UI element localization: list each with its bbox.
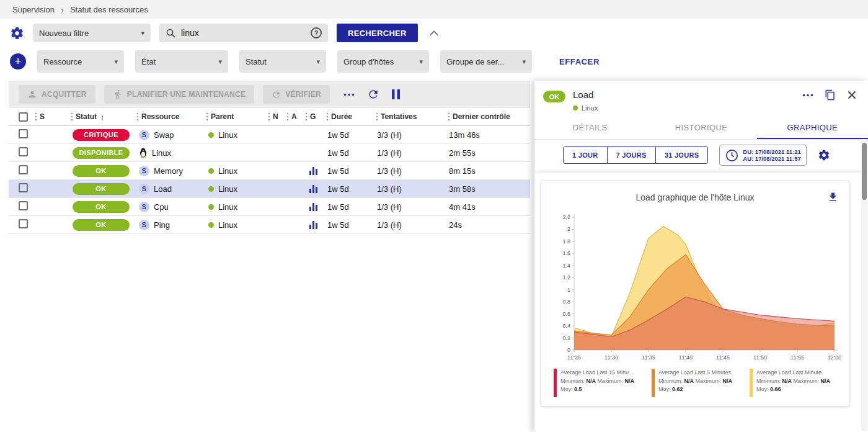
column-label: Parent bbox=[211, 112, 234, 121]
resource-name[interactable]: Ping bbox=[154, 220, 170, 230]
row-checkbox[interactable] bbox=[19, 183, 28, 192]
criteria-label: État bbox=[141, 57, 156, 66]
check-button[interactable]: VÉRIFIER bbox=[263, 85, 330, 104]
drawer-title: Load bbox=[573, 89, 598, 100]
load-graph-card: Load graphique de l'hôte Linux 00.20.40.… bbox=[541, 181, 849, 407]
column-header-parent[interactable]: Parent bbox=[203, 112, 265, 121]
more-actions-icon[interactable] bbox=[343, 93, 355, 96]
legend-item[interactable]: Average Load Last MinuteMinimum: N/A Max… bbox=[750, 369, 844, 397]
tab-details[interactable]: DÉTAILS bbox=[534, 117, 645, 139]
graph-settings-gear-icon[interactable] bbox=[818, 149, 830, 161]
legend-item[interactable]: Average Load Last 15 Minu ..Minimum: N/A… bbox=[554, 369, 648, 397]
table-row[interactable]: OK SMemory Linux 1w 5d 1/3 (H) 8m 15s bbox=[9, 162, 530, 180]
collapse-filters-chevron-icon[interactable] bbox=[429, 30, 439, 36]
clear-filters-button[interactable]: EFFACER bbox=[559, 57, 600, 66]
resource-name[interactable]: Linux bbox=[152, 148, 171, 158]
acknowledge-button[interactable]: ACQUITTER bbox=[19, 85, 95, 104]
graph-icon[interactable] bbox=[309, 167, 317, 175]
host-status-dot bbox=[208, 222, 214, 228]
row-checkbox[interactable] bbox=[19, 147, 28, 156]
row-checkbox[interactable] bbox=[19, 219, 28, 228]
column-header-a[interactable]: A bbox=[284, 112, 303, 121]
column-header-g[interactable]: G bbox=[303, 112, 324, 121]
range-1day-button[interactable]: 1 JOUR bbox=[564, 147, 607, 163]
search-input[interactable] bbox=[181, 28, 306, 38]
scrollbar-thumb[interactable] bbox=[862, 143, 867, 200]
drawer-host-name[interactable]: Linux bbox=[582, 104, 598, 112]
column-header-severity[interactable]: S bbox=[32, 112, 68, 121]
help-icon[interactable]: ? bbox=[311, 27, 322, 38]
duration-value: 1w 5d bbox=[324, 202, 373, 212]
copy-link-icon[interactable] bbox=[825, 89, 836, 101]
tries-value: 3/3 (H) bbox=[373, 130, 445, 140]
parent-name[interactable]: Linux bbox=[218, 220, 237, 230]
resource-name[interactable]: Swap bbox=[154, 130, 174, 140]
graph-icon[interactable] bbox=[309, 221, 317, 229]
criteria-servicegroup-select[interactable]: Groupe de ser...▾ bbox=[440, 50, 532, 73]
legend-series-name: Average Load Last 15 Minu .. bbox=[560, 369, 634, 377]
search-button[interactable]: RECHERCHER bbox=[337, 24, 418, 42]
column-header-lastcheck[interactable]: Dernier contrôle bbox=[445, 112, 530, 121]
svg-text:11:35: 11:35 bbox=[642, 354, 655, 361]
parent-name[interactable]: Linux bbox=[218, 130, 237, 140]
refresh-list-icon[interactable] bbox=[367, 88, 379, 101]
resource-name[interactable]: Memory bbox=[154, 166, 183, 176]
drawer-more-actions-icon[interactable] bbox=[802, 94, 813, 97]
tab-history[interactable]: HISTORIQUE bbox=[645, 117, 756, 139]
table-row[interactable]: OK SPing Linux 1w 5d 1/3 (H) 24s bbox=[9, 216, 530, 234]
download-icon[interactable] bbox=[827, 191, 839, 203]
criteria-state-select[interactable]: État▾ bbox=[135, 50, 228, 73]
criteria-resource-select[interactable]: Ressource▾ bbox=[37, 50, 124, 73]
svg-text:11:55: 11:55 bbox=[790, 354, 804, 361]
last-check-value: 2m 55s bbox=[445, 148, 530, 158]
table-row[interactable]: DISPONIBLE Linux 1w 5d 1/3 (H) 2m 55s bbox=[9, 144, 530, 162]
column-header-n[interactable]: N bbox=[265, 112, 284, 121]
legend-average: Moy: 0.62 bbox=[658, 385, 732, 394]
column-header-resource[interactable]: Ressource bbox=[134, 112, 203, 121]
breadcrumb-item-supervision[interactable]: Supervision bbox=[12, 5, 55, 14]
breadcrumb-item-resource-status[interactable]: Statut des ressources bbox=[70, 5, 148, 14]
drawer-tabs: DÉTAILS HISTORIQUE GRAPHIQUE bbox=[534, 117, 868, 140]
table-row[interactable]: CRITIQUE SSwap Linux 1w 5d 3/3 (H) 13m 4… bbox=[9, 126, 530, 144]
maintenance-label: PLANIFIER UNE MAINTENANCE bbox=[127, 90, 246, 99]
row-checkbox[interactable] bbox=[19, 129, 28, 138]
select-all-checkbox[interactable] bbox=[19, 112, 28, 122]
column-header-duration[interactable]: Durée bbox=[324, 112, 373, 121]
graph-icon[interactable] bbox=[309, 203, 317, 211]
drawer-scrollbar[interactable] bbox=[861, 139, 867, 431]
resource-name[interactable]: Load bbox=[154, 184, 172, 194]
table-row[interactable]: OK SCpu Linux 1w 5d 1/3 (H) 4m 41s bbox=[9, 198, 530, 216]
tab-graph[interactable]: GRAPHIQUE bbox=[757, 117, 868, 139]
row-checkbox[interactable] bbox=[19, 165, 28, 174]
resource-name[interactable]: Cpu bbox=[154, 202, 169, 212]
legend-item[interactable]: Average Load Last 5 MinutesMinimum: N/A … bbox=[652, 369, 746, 397]
row-checkbox[interactable] bbox=[19, 201, 28, 210]
drawer-status-badge: OK bbox=[543, 91, 565, 102]
graph-icon[interactable] bbox=[309, 185, 317, 193]
range-31days-button[interactable]: 31 JOURS bbox=[655, 147, 708, 163]
maintenance-button[interactable]: PLANIFIER UNE MAINTENANCE bbox=[104, 85, 255, 104]
parent-name[interactable]: Linux bbox=[218, 184, 237, 194]
add-criteria-button[interactable]: + bbox=[10, 53, 26, 70]
criteria-hostgroup-select[interactable]: Group d'hôtes▾ bbox=[337, 50, 429, 73]
filter-settings-gear-icon[interactable] bbox=[10, 26, 24, 40]
saved-filter-select[interactable]: Nouveau filtre ▾ bbox=[33, 24, 151, 42]
custom-period-picker[interactable]: DU: 17/08/2021 11:21 AU: 17/08/2021 11:5… bbox=[719, 145, 806, 166]
pause-autorefresh-icon[interactable] bbox=[392, 89, 400, 99]
refresh-icon bbox=[272, 90, 281, 99]
parent-name[interactable]: Linux bbox=[218, 202, 237, 212]
host-status-dot bbox=[573, 106, 578, 110]
check-label: VÉRIFIER bbox=[285, 90, 321, 99]
period-to: AU: 17/08/2021 11:57 bbox=[743, 155, 800, 162]
criteria-status-select[interactable]: Statut▾ bbox=[239, 50, 326, 73]
range-7days-button[interactable]: 7 JOURS bbox=[607, 147, 655, 163]
table-row-selected[interactable]: OK SLoad Linux 1w 5d 1/3 (H) 3m 58s bbox=[9, 180, 530, 198]
search-field[interactable]: ? bbox=[159, 24, 328, 42]
time-range-group: 1 JOUR 7 JOURS 31 JOURS bbox=[563, 146, 708, 164]
close-icon[interactable] bbox=[847, 90, 857, 100]
maintenance-icon bbox=[113, 89, 123, 99]
column-header-tries[interactable]: Tentatives bbox=[373, 112, 445, 121]
column-header-status[interactable]: Statut↑ bbox=[68, 112, 134, 122]
parent-name[interactable]: Linux bbox=[218, 166, 237, 176]
service-icon: S bbox=[139, 220, 149, 230]
